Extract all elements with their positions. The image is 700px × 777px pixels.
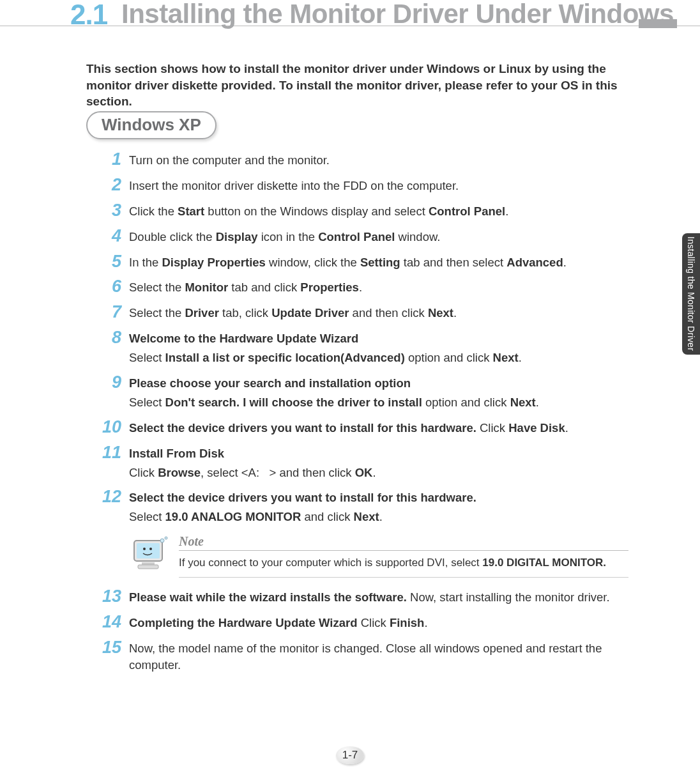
step-text: Now, the model name of the monitor is ch… (129, 640, 639, 673)
step-text: Select the Monitor tab and click Propert… (129, 279, 639, 296)
step: 9Please choose your search and installat… (102, 375, 639, 411)
step-number: 6 (102, 278, 129, 295)
note-content: NoteIf you connect to your computer whic… (179, 534, 628, 578)
section-title: Installing the Monitor Driver Under Wind… (121, 0, 674, 29)
section-number: 2.1 (70, 0, 107, 31)
step-number: 14 (102, 613, 129, 631)
step-text: Select the device drivers you want to in… (129, 489, 639, 525)
step: 5In the Display Properties window, click… (102, 254, 639, 271)
svg-rect-5 (138, 565, 158, 569)
step-number: 5 (102, 253, 129, 270)
step: 10Select the device drivers you want to … (102, 420, 639, 436)
os-badge: Windows XP (86, 111, 217, 139)
page-number: 1-7 (336, 746, 364, 764)
note-text: If you connect to your computer which is… (179, 556, 628, 578)
step-number: 8 (102, 329, 129, 346)
step-text: Insert the monitor driver diskette into … (129, 178, 639, 194)
step-text: Turn on the computer and the monitor. (129, 152, 639, 169)
step-text: In the Display Properties window, click … (129, 254, 639, 271)
step: 15Now, the model name of the monitor is … (102, 640, 639, 673)
step-text: Please choose your search and installati… (129, 375, 639, 411)
step-number: 13 (102, 588, 129, 605)
svg-point-6 (160, 539, 164, 542)
step: 3Click the Start button on the Windows d… (102, 203, 639, 220)
svg-rect-4 (142, 562, 155, 565)
step-number: 15 (102, 639, 129, 656)
step: 12Select the device drivers you want to … (102, 489, 639, 525)
step: 14Completing the Hardware Update Wizard … (102, 615, 639, 631)
side-tab: Installing the Monitor Driver (682, 233, 700, 355)
step-text: Please wait while the wizard installs th… (129, 589, 639, 606)
svg-rect-1 (137, 543, 160, 558)
step-text: Completing the Hardware Update Wizard Cl… (129, 615, 639, 631)
step: 6Select the Monitor tab and click Proper… (102, 279, 639, 296)
step-number: 4 (102, 227, 129, 245)
svg-point-7 (165, 537, 167, 539)
step-number: 1 (102, 151, 129, 168)
step: 7Select the Driver tab, click Update Dri… (102, 305, 639, 321)
step: 1Turn on the computer and the monitor. (102, 152, 639, 169)
monitor-note-icon (130, 534, 172, 573)
step-text: Select the device drivers you want to in… (129, 420, 639, 436)
step-number: 9 (102, 374, 129, 391)
step: 8Welcome to the Hardware Update WizardSe… (102, 330, 639, 366)
step: 11Install From DiskClick Browse, select … (102, 445, 639, 481)
step-number: 7 (102, 304, 129, 321)
step-text: Install From DiskClick Browse, select <A… (129, 445, 639, 481)
step-number: 2 (102, 176, 129, 194)
title-decoration (639, 19, 677, 28)
step-text: Click the Start button on the Windows di… (129, 203, 639, 220)
step-text: Double click the Display icon in the Con… (129, 229, 639, 245)
svg-point-2 (143, 548, 146, 550)
note-label: Note (179, 534, 628, 551)
step: 2Insert the monitor driver diskette into… (102, 178, 639, 194)
steps-container: 1Turn on the computer and the monitor.2I… (102, 152, 639, 682)
step: 4Double click the Display icon in the Co… (102, 229, 639, 245)
step-number: 10 (102, 419, 129, 436)
step-number: 3 (102, 202, 129, 219)
note-block: NoteIf you connect to your computer whic… (130, 534, 628, 578)
step-number: 12 (102, 488, 129, 505)
step-text: Welcome to the Hardware Update WizardSel… (129, 330, 639, 366)
side-tab-label: Installing the Monitor Driver (686, 236, 696, 351)
step-number: 11 (102, 444, 129, 461)
svg-point-3 (149, 548, 152, 550)
intro-paragraph: This section shows how to install the mo… (86, 61, 623, 110)
step-text: Select the Driver tab, click Update Driv… (129, 305, 639, 321)
step: 13Please wait while the wizard installs … (102, 589, 639, 606)
